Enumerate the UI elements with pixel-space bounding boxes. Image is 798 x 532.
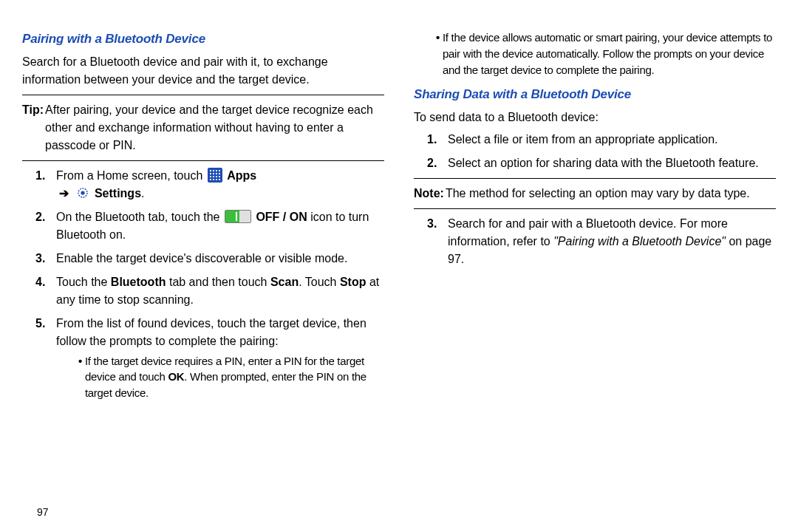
share-step-1: Select a file or item from an appropriat… — [414, 131, 776, 149]
cross-ref: "Pairing with a Bluetooth Device" — [553, 235, 726, 248]
right-column: If the device allows automatic or smart … — [414, 30, 776, 517]
stop-label: Stop — [340, 276, 366, 288]
step-5: From the list of found devices, touch th… — [22, 315, 384, 406]
share-step1-text: Select a file or item from an appropriat… — [448, 131, 776, 149]
bullet-pin: If the target device requires a PIN, ent… — [78, 353, 384, 401]
step-2: On the Bluetooth tab, touch the OFF / ON… — [22, 208, 384, 244]
pairing-steps: From a Home screen, touch Apps ➔ Setting… — [22, 167, 384, 406]
note-block: Note: The method for selecting an option… — [414, 185, 776, 202]
share-step-2: Select an option for sharing data with t… — [414, 154, 776, 172]
step-4: Touch the Bluetooth tab and then touch S… — [22, 273, 384, 309]
section-heading-sharing: Sharing Data with a Bluetooth Device — [414, 85, 776, 104]
tip-text: After pairing, your device and the targe… — [45, 101, 384, 154]
divider — [414, 208, 776, 209]
toggle-on-icon — [225, 210, 251, 223]
step-3: Enable the target device's discoverable … — [22, 250, 384, 267]
settings-icon — [76, 186, 89, 200]
apps-icon — [208, 168, 222, 183]
divider — [22, 160, 384, 161]
arrow-icon: ➔ — [59, 187, 69, 200]
off-on-label: OFF / ON — [256, 211, 307, 223]
continued-bullets: If the device allows automatic or smart … — [414, 30, 776, 78]
step4-c: . Touch — [299, 276, 340, 288]
step2-text-a: On the Bluetooth tab, touch the — [56, 211, 223, 223]
section-heading-pairing: Pairing with a Bluetooth Device — [22, 30, 384, 49]
note-label: Note: — [414, 185, 444, 202]
svg-point-1 — [81, 191, 85, 194]
step5-bullets: If the target device requires a PIN, ent… — [56, 353, 384, 401]
apps-label: Apps — [227, 169, 256, 182]
step-1: From a Home screen, touch Apps ➔ Setting… — [22, 167, 384, 202]
sharing-intro: To send data to a Bluetooth device: — [414, 109, 776, 126]
bullet2-text: If the device allows automatic or smart … — [443, 30, 776, 78]
sharing-steps-cont: Search for and pair with a Bluetooth dev… — [414, 215, 776, 268]
left-column: Pairing with a Bluetooth Device Search f… — [22, 30, 384, 517]
step5-text: From the list of found devices, touch th… — [56, 317, 366, 347]
page-container: Pairing with a Bluetooth Device Search f… — [0, 0, 798, 532]
share-step-3: Search for and pair with a Bluetooth dev… — [414, 215, 776, 268]
bullet-auto-pair: If the device allows automatic or smart … — [436, 30, 776, 78]
step3-text: Enable the target device's discoverable … — [56, 250, 384, 267]
divider — [22, 95, 384, 95]
divider — [414, 178, 776, 179]
sharing-steps: Select a file or item from an appropriat… — [414, 131, 776, 172]
settings-label: Settings — [95, 187, 141, 200]
tip-block: Tip: After pairing, your device and the … — [22, 101, 384, 154]
ok-label: OK — [168, 370, 184, 383]
scan-label: Scan — [270, 276, 299, 288]
share-step2-text: Select an option for sharing data with t… — [448, 154, 776, 172]
step4-a: Touch the — [56, 276, 111, 288]
page-number: 97 — [37, 505, 49, 520]
step4-b: tab and then touch — [166, 276, 270, 288]
tip-label: Tip: — [22, 101, 44, 154]
step1-text-a: From a Home screen, touch — [56, 169, 206, 182]
bluetooth-label: Bluetooth — [111, 276, 166, 288]
pairing-intro: Search for a Bluetooth device and pair w… — [22, 53, 384, 89]
note-text: The method for selecting an option may v… — [446, 185, 750, 202]
period: . — [141, 187, 144, 200]
